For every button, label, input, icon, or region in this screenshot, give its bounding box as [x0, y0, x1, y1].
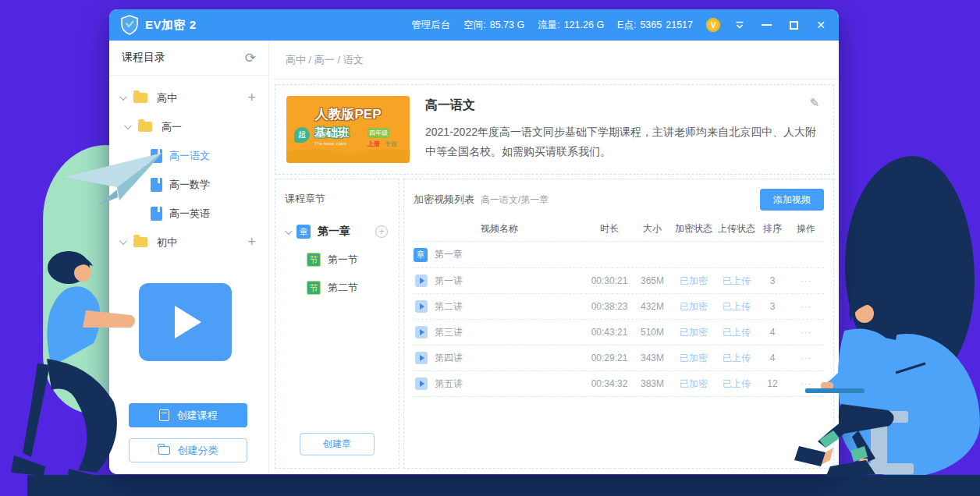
create-chapter-button[interactable]: 创建章: [300, 433, 375, 455]
table-header: 视频名称 时长 大小 加密状态 上传状态 排序 操作: [414, 217, 824, 242]
video-duration: 00:43:21: [585, 327, 634, 338]
video-name: 第三讲: [435, 326, 463, 339]
table-row[interactable]: 第一讲 00:30:21 365M 已加密 已上传 3 ···: [414, 268, 824, 294]
video-size: 343M: [634, 353, 671, 363]
chapter-item[interactable]: 章 第一章 +: [285, 225, 389, 239]
edit-pencil-icon[interactable]: ✎: [809, 96, 819, 110]
video-play-icon: [415, 326, 428, 338]
add-video-button[interactable]: 添加视频: [760, 189, 824, 211]
chevron-down-icon: [119, 93, 127, 101]
folder-icon: [138, 122, 152, 132]
course-thumbnail: 人教版PEP 超 基础班 四年级 The basic class 上册 专题: [286, 96, 410, 163]
video-duration: 00:38:23: [585, 301, 634, 312]
video-list-path: 高一语文/第一章: [481, 193, 549, 207]
video-size: 510M: [634, 327, 671, 338]
folder-icon: [133, 237, 147, 247]
video-size: 365M: [634, 275, 671, 286]
space-stat: 空间:85.73 G: [463, 19, 524, 32]
sidebar-item-shuxue[interactable]: 高一数学: [109, 170, 268, 199]
create-category-button[interactable]: 创建分类: [129, 438, 247, 462]
sidebar-item-yuwen-selected[interactable]: 高一语文: [109, 141, 268, 170]
course-description: 2021-2022年度高一语文同步基础下学期课程，主讲老师均来自北京四中、人大附…: [425, 122, 822, 161]
titlebar: EV加密 2 管理后台 空间:85.73 G 流量:121.26 G E点:53…: [109, 9, 839, 41]
more-actions-icon[interactable]: ···: [788, 353, 824, 363]
traffic-stat: 流量:121.26 G: [538, 19, 604, 32]
column-video-name: 视频名称: [414, 222, 585, 236]
create-course-button[interactable]: 创建课程: [129, 403, 247, 427]
table-group-row[interactable]: 章 第一章: [414, 242, 824, 268]
more-actions-icon[interactable]: ···: [788, 327, 824, 338]
video-order: 4: [757, 327, 788, 338]
thumb-subtitle-text: 基础班: [314, 126, 350, 140]
sidebar-item-gaoyi[interactable]: 高一: [109, 112, 268, 141]
column-duration: 时长: [585, 222, 634, 236]
sidebar-item-gaozhong[interactable]: 高中 +: [109, 83, 268, 112]
thumb-hill-shape: [339, 149, 410, 163]
course-book-icon: [151, 207, 162, 221]
admin-backend-link[interactable]: 管理后台: [411, 19, 450, 32]
add-section-icon[interactable]: +: [375, 225, 388, 238]
close-button[interactable]: ✕: [814, 18, 828, 32]
thumb-grade-text: 四年级: [368, 128, 389, 138]
chapter-icon: 章: [414, 248, 428, 262]
video-order: 12: [757, 378, 788, 389]
create-category-label: 创建分类: [178, 444, 218, 458]
thumb-extra-text: 专题: [385, 140, 397, 148]
blue-blob-illustration: [840, 334, 980, 477]
course-book-icon: [151, 178, 162, 192]
chapters-title: 课程章节: [285, 192, 389, 206]
video-size: 432M: [634, 301, 671, 312]
book-outline-icon: [159, 409, 169, 421]
column-size: 大小: [634, 222, 671, 236]
app-logo-shield-icon: [120, 15, 139, 35]
more-actions-icon[interactable]: ···: [788, 301, 824, 312]
section-label: 第一节: [328, 253, 358, 267]
table-row[interactable]: 第五讲 00:34:32 383M 已加密 已上传 12 ···: [414, 371, 824, 397]
upload-status: 已上传: [716, 352, 757, 365]
column-operation: 操作: [788, 222, 824, 236]
maximize-button[interactable]: [786, 18, 801, 32]
section-label: 第二节: [328, 281, 358, 295]
sidebar-item-chuzhong[interactable]: 初中 +: [109, 228, 268, 257]
collapse-to-tray-icon[interactable]: [733, 19, 746, 31]
column-order: 排序: [757, 222, 788, 236]
video-list-panel: 加密视频列表 高一语文/第一章 添加视频 视频名称 时长 大小 加密状态 上传状…: [403, 179, 834, 469]
video-placeholder-illustration: [139, 283, 232, 361]
thumb-volume-text: 上册: [368, 140, 380, 148]
minimize-button[interactable]: [759, 18, 773, 32]
main-content: 高中 / 高一 / 语文 人教版PEP 超 基础班 四年级 The basic …: [270, 41, 839, 474]
sidebar-item-yingyu[interactable]: 高一英语: [109, 199, 268, 228]
chapter-label: 第一章: [318, 225, 350, 239]
breadcrumb[interactable]: 高中 / 高一 / 语文: [270, 41, 839, 80]
upload-status: 已上传: [716, 326, 757, 339]
thumb-english-text: The basic class: [314, 141, 346, 146]
refresh-icon[interactable]: ⟳: [245, 50, 256, 66]
thumb-title-text: 人教版PEP: [286, 105, 410, 123]
chevron-down-icon: [119, 237, 127, 245]
more-actions-icon[interactable]: ···: [788, 275, 824, 286]
column-upload-status: 上传状态: [716, 222, 757, 236]
course-book-icon: [151, 149, 162, 163]
column-enc-status: 加密状态: [671, 222, 716, 236]
table-row[interactable]: 第四讲 00:29:21 343M 已加密 已上传 4 ···: [414, 345, 824, 371]
epoint-coin-icon[interactable]: V: [706, 18, 720, 32]
table-row[interactable]: 第二讲 00:38:23 432M 已加密 已上传 3 ···: [414, 294, 824, 320]
table-row[interactable]: 第三讲 00:43:21 510M 已加密 已上传 4 ···: [414, 320, 824, 345]
add-category-icon[interactable]: +: [247, 90, 256, 106]
tree-label: 高一数学: [169, 178, 210, 192]
section-item[interactable]: 节 第一节: [307, 253, 389, 267]
enc-status: 已加密: [671, 275, 716, 288]
sidebar: 课程目录 ⟳ 高中 + 高一 高一语文: [109, 41, 269, 474]
app-title: EV加密 2: [145, 18, 197, 33]
video-duration: 00:29:21: [585, 353, 634, 363]
section-item[interactable]: 节 第二节: [307, 281, 389, 295]
create-course-label: 创建课程: [177, 409, 218, 423]
video-list-title: 加密视频列表: [414, 193, 474, 207]
section-icon: 节: [307, 253, 321, 267]
chevron-down-icon: [124, 122, 132, 129]
folder-outline-icon: [158, 446, 170, 455]
desktop-background: EV加密 2 管理后台 空间:85.73 G 流量:121.26 G E点:53…: [0, 0, 980, 496]
video-name: 第二讲: [435, 300, 463, 314]
add-category-icon[interactable]: +: [247, 234, 256, 250]
more-actions-icon[interactable]: ···: [788, 378, 824, 389]
